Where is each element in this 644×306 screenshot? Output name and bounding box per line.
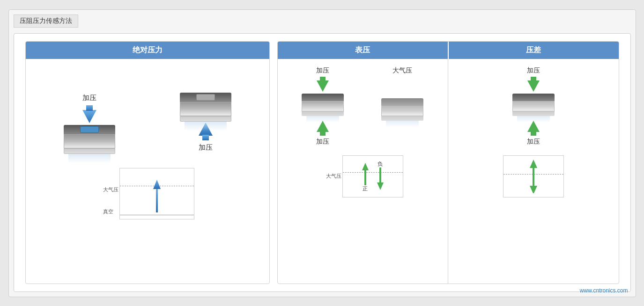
diff-green-arrow-down-icon	[526, 77, 541, 92]
blue-arrow-down-icon	[80, 105, 99, 123]
absolute-chart: 大气压 真空	[119, 168, 194, 219]
absolute-label-down: 加压	[199, 143, 213, 152]
diff-label-up: 加压	[527, 66, 540, 75]
gauge-left-col: 加压	[302, 65, 344, 148]
sensor-gauge-left	[302, 94, 344, 117]
chart-green-down-icon	[376, 168, 385, 190]
chart-blue-arrow-up-icon	[152, 180, 162, 212]
diff-chart-arrows	[529, 160, 538, 193]
svg-marker-5	[153, 180, 161, 189]
panel-right-header: 表压 压差	[278, 42, 619, 59]
diff-chart	[503, 155, 564, 197]
gauge-atm-label: 大气压	[326, 173, 341, 180]
absolute-atm-label: 大气压	[103, 186, 118, 193]
panel-absolute-body: 加压	[26, 59, 269, 284]
svg-rect-7	[320, 77, 326, 81]
gauge-chart-down-arrow: 负	[376, 160, 385, 190]
gauge-label-down: 加压	[316, 138, 329, 146]
green-arrow-up-icon	[315, 121, 331, 136]
sensor-absolute-right	[180, 93, 231, 121]
gauge-pos-label: 正	[363, 185, 368, 192]
sub-panel-gauge: 加压	[278, 59, 449, 284]
gauge-atm-line: 大气压	[343, 172, 403, 173]
svg-rect-4	[156, 187, 158, 212]
green-arrow-down-icon	[315, 77, 331, 92]
main-content: 绝对压力 加压	[14, 33, 631, 292]
absolute-chart-container: 大气压 真空	[119, 163, 194, 219]
diff-bidirectional-icon	[529, 160, 538, 193]
gauge-label-up: 加压	[316, 66, 329, 75]
absolute-vacuum-line: 真空	[120, 215, 194, 215]
panel-absolute: 绝对压力 加压	[25, 41, 270, 284]
diff-green-arrow-up-icon	[526, 121, 541, 136]
sensor-absolute-left	[64, 125, 115, 153]
svg-rect-9	[320, 131, 326, 136]
svg-marker-6	[317, 80, 329, 92]
gauge-chart: 大气压 正	[342, 155, 403, 197]
panel-right-body: 加压	[278, 59, 619, 284]
svg-rect-12	[379, 168, 381, 184]
chart-green-up-icon	[361, 163, 370, 185]
svg-rect-10	[364, 168, 366, 185]
panel-diff-header: 压差	[449, 42, 619, 59]
absolute-devices: 加压	[31, 65, 264, 155]
svg-rect-15	[531, 77, 536, 81]
gauge-right-col: 大气压	[381, 65, 423, 148]
page-title: 压阻压力传感方法	[14, 15, 78, 28]
svg-rect-3	[202, 135, 209, 140]
diff-label-down: 加压	[527, 138, 540, 146]
sensor-gauge-right	[381, 98, 423, 122]
panel-absolute-header: 绝对压力	[26, 42, 269, 59]
absolute-chart-arrow	[152, 180, 162, 212]
absolute-label-up: 加压	[82, 94, 96, 102]
outer-container: 压阻压力传感方法 绝对压力 加压	[8, 9, 636, 297]
gauge-chart-container: 大气压 正	[342, 152, 403, 197]
svg-rect-18	[533, 166, 534, 188]
svg-marker-20	[530, 186, 537, 193]
absolute-right-device: 加压	[180, 65, 231, 155]
panel-right: 表压 压差 加压	[277, 41, 619, 284]
gauge-label-atm: 大气压	[392, 66, 412, 75]
diff-chart-container	[503, 152, 564, 197]
website-url: www.cntronics.com	[580, 287, 628, 294]
absolute-left-device: 加压	[64, 91, 115, 155]
absolute-vacuum-label: 真空	[103, 208, 113, 215]
svg-rect-1	[86, 105, 93, 111]
panel-gauge-header: 表压	[278, 42, 449, 59]
sensor-diff	[512, 94, 555, 117]
gauge-chart-up-arrow: 正	[361, 163, 370, 192]
gauge-devices: 加压	[283, 65, 443, 148]
svg-marker-14	[527, 80, 540, 92]
gauge-neg-label: 负	[378, 160, 383, 168]
svg-marker-11	[362, 163, 369, 170]
sub-panel-diff: 加压 加压	[448, 59, 619, 284]
svg-marker-0	[82, 110, 96, 123]
svg-marker-13	[377, 182, 384, 190]
svg-marker-19	[530, 160, 537, 168]
svg-rect-17	[531, 131, 536, 136]
